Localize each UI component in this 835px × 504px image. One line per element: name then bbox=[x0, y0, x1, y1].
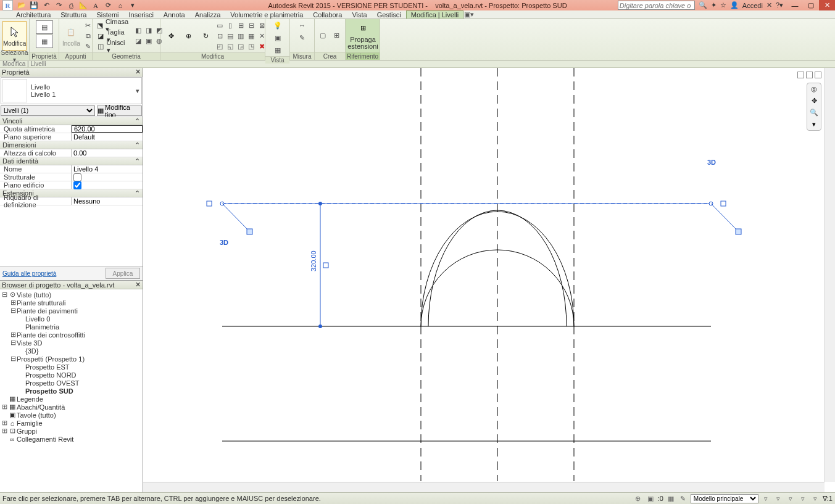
filter-icon[interactable]: ▿ bbox=[786, 494, 796, 503]
properties-help-link[interactable]: Guida alle proprietà bbox=[2, 270, 56, 277]
crea-tool-icon[interactable]: ⊞ bbox=[331, 30, 343, 42]
expand-icon[interactable]: ⊞ bbox=[10, 331, 17, 339]
geo-tool-icon[interactable]: ◪ bbox=[133, 36, 143, 46]
mod-tool-icon[interactable]: ⊟ bbox=[246, 20, 256, 30]
close-button[interactable]: ✕ bbox=[819, 0, 835, 10]
close-icon[interactable]: ✕ bbox=[135, 68, 141, 76]
mod-tool-icon[interactable]: ▥ bbox=[236, 31, 246, 41]
mod-tool-icon[interactable]: ⊞ bbox=[236, 20, 246, 30]
signin-link[interactable]: Accedi bbox=[742, 2, 763, 9]
minimize-button[interactable]: — bbox=[787, 0, 803, 10]
tab-struttura[interactable]: Struttura bbox=[56, 10, 91, 19]
filter-icon[interactable]: ▿ bbox=[761, 494, 771, 503]
tree-node[interactable]: ⊞▦Abachi/Quantità bbox=[0, 403, 143, 411]
tree-node[interactable]: Planimetria bbox=[0, 323, 143, 331]
tree-node[interactable]: Prospetto NORD bbox=[0, 371, 143, 379]
mod-tool-icon[interactable]: ◳ bbox=[246, 41, 256, 51]
tree-node[interactable]: Prospetto OVEST bbox=[0, 379, 143, 387]
crea-tool-icon[interactable]: ▢ bbox=[317, 30, 329, 42]
copy-button[interactable]: ⧉ bbox=[83, 31, 93, 41]
match-button[interactable]: ✎ bbox=[83, 41, 93, 51]
expand-icon[interactable]: ⊞ bbox=[1, 419, 8, 427]
edit-type-button[interactable]: ▦Modifica tipo bbox=[97, 105, 142, 116]
tree-node[interactable]: ⊟Piante dei pavimenti bbox=[0, 307, 143, 315]
mod-tool-icon[interactable]: ▯ bbox=[225, 20, 235, 30]
view-control-icon[interactable] bbox=[797, 72, 804, 78]
tab-volumetrie[interactable]: Volumetrie e planimetria bbox=[225, 10, 308, 19]
filter-icon[interactable]: ▿ bbox=[773, 494, 783, 503]
nav-more-icon[interactable]: ▾ bbox=[812, 120, 816, 128]
rotate-button[interactable]: ↻ bbox=[197, 21, 214, 51]
project-browser[interactable]: ⊟⊙Viste (tutto)⊞Piante strutturali⊟Piant… bbox=[0, 289, 143, 492]
mod-tool-icon[interactable]: ▦ bbox=[246, 31, 256, 41]
expand-icon[interactable]: ⊟ bbox=[10, 339, 17, 347]
geo-tool-icon[interactable]: ◨ bbox=[144, 26, 154, 36]
unisci-button[interactable]: ◫Unisci ▾ bbox=[95, 41, 131, 51]
text-icon[interactable]: A bbox=[91, 1, 101, 10]
undo-icon[interactable]: ↶ bbox=[41, 1, 51, 10]
tree-node[interactable]: {3D} bbox=[0, 347, 143, 355]
expand-icon[interactable]: ⊟ bbox=[10, 307, 17, 315]
vertical-scrollbar[interactable] bbox=[825, 68, 835, 482]
tree-node[interactable]: ⊟⊙Viste (tutto) bbox=[0, 291, 143, 299]
sync-icon[interactable]: ⟳ bbox=[103, 1, 113, 10]
tree-node[interactable]: ▣Tavole (tutto) bbox=[0, 411, 143, 419]
measure-tool-icon[interactable]: ↔ bbox=[297, 20, 307, 30]
expand-icon[interactable]: ⊞ bbox=[1, 403, 8, 411]
tab-close-icon[interactable]: ▣▾ bbox=[463, 10, 475, 19]
tab-annota[interactable]: Annota bbox=[159, 10, 190, 19]
collapse-icon[interactable]: ⌃ bbox=[135, 189, 140, 197]
tab-collabora[interactable]: Collabora bbox=[308, 10, 347, 19]
propaga-estensioni-button[interactable]: ⊞ Propagaestensioni bbox=[348, 21, 378, 51]
model-select[interactable]: Modello principale bbox=[691, 494, 758, 503]
expand-icon[interactable]: ⊟ bbox=[10, 355, 17, 363]
prop-group-dimensioni[interactable]: Dimensioni⌃ bbox=[0, 141, 143, 149]
filter-icon[interactable]: ▿ bbox=[798, 494, 808, 503]
geo-tool-icon[interactable]: ▣ bbox=[144, 36, 154, 46]
pan-icon[interactable]: ✥ bbox=[812, 97, 817, 105]
exchange-icon[interactable]: ✕ bbox=[766, 1, 772, 9]
tree-node[interactable]: ⊞⌂Famiglie bbox=[0, 419, 143, 427]
collapse-icon[interactable]: ⌃ bbox=[135, 117, 140, 125]
worksets-icon[interactable]: ▦ bbox=[666, 494, 676, 503]
close-icon[interactable]: ✕ bbox=[135, 281, 141, 289]
expand-icon[interactable]: ⊞ bbox=[10, 299, 17, 307]
home-icon[interactable]: ⌂ bbox=[115, 1, 125, 10]
prop-value-input[interactable]: 620.00 bbox=[72, 125, 143, 133]
instance-filter-select[interactable]: Livelli (1) bbox=[1, 105, 95, 116]
type-properties-button[interactable]: ▦ bbox=[36, 35, 53, 48]
view-control-icon[interactable] bbox=[815, 72, 821, 78]
move-button[interactable]: ✥ bbox=[163, 21, 179, 51]
browser-panel-header[interactable]: Browser di progetto - volta_a_vela.rvt✕ bbox=[0, 281, 143, 289]
properties-button[interactable]: ▤ bbox=[36, 20, 53, 34]
open-icon[interactable]: 📂 bbox=[17, 1, 27, 10]
tree-node[interactable]: ⊞⊡Gruppi bbox=[0, 427, 143, 435]
prop-value[interactable]: Livello 4 bbox=[72, 165, 143, 173]
expand-icon[interactable]: ⊞ bbox=[1, 427, 8, 435]
tree-node[interactable]: Prospetto SUD bbox=[0, 387, 143, 395]
mod-tool-icon[interactable]: ◰ bbox=[215, 41, 225, 51]
tab-modifica-livelli[interactable]: Modifica | Livelli bbox=[406, 10, 463, 19]
prop-group-vincoli[interactable]: Vincoli⌃ bbox=[0, 117, 143, 125]
tab-analizza[interactable]: Analizza bbox=[190, 10, 226, 19]
app-menu-button[interactable]: R bbox=[2, 0, 13, 10]
geo-tool-icon[interactable]: ◧ bbox=[133, 26, 143, 36]
expand-icon[interactable]: ⊟ bbox=[1, 291, 8, 299]
navigation-bar[interactable]: ◎ ✥ 🔍 ▾ bbox=[807, 83, 821, 131]
tab-gestisci[interactable]: Gestisci bbox=[372, 10, 406, 19]
redo-icon[interactable]: ↷ bbox=[54, 1, 64, 10]
drawing-canvas[interactable]: ◎ ✥ 🔍 ▾ bbox=[143, 68, 835, 492]
comm-icon[interactable]: ✦ bbox=[711, 1, 717, 9]
view-tool-icon[interactable]: ▦ bbox=[273, 45, 283, 55]
search-icon[interactable]: 🔍 bbox=[699, 1, 707, 9]
star-icon[interactable]: ☆ bbox=[720, 1, 726, 9]
prop-value[interactable]: Nessuno bbox=[72, 197, 143, 205]
tree-node[interactable]: ⊟Prospetti (Prospetto 1) bbox=[0, 355, 143, 363]
tab-vista[interactable]: Vista bbox=[347, 10, 372, 19]
print-icon[interactable]: ⎙ bbox=[66, 1, 76, 10]
paste-button[interactable]: 📋 Incolla bbox=[62, 21, 81, 51]
prop-checkbox[interactable] bbox=[72, 181, 143, 189]
status-icon[interactable]: ⊕ bbox=[633, 494, 643, 503]
tree-node[interactable]: ⊟Viste 3D bbox=[0, 339, 143, 347]
steering-wheel-icon[interactable]: ◎ bbox=[811, 85, 817, 93]
